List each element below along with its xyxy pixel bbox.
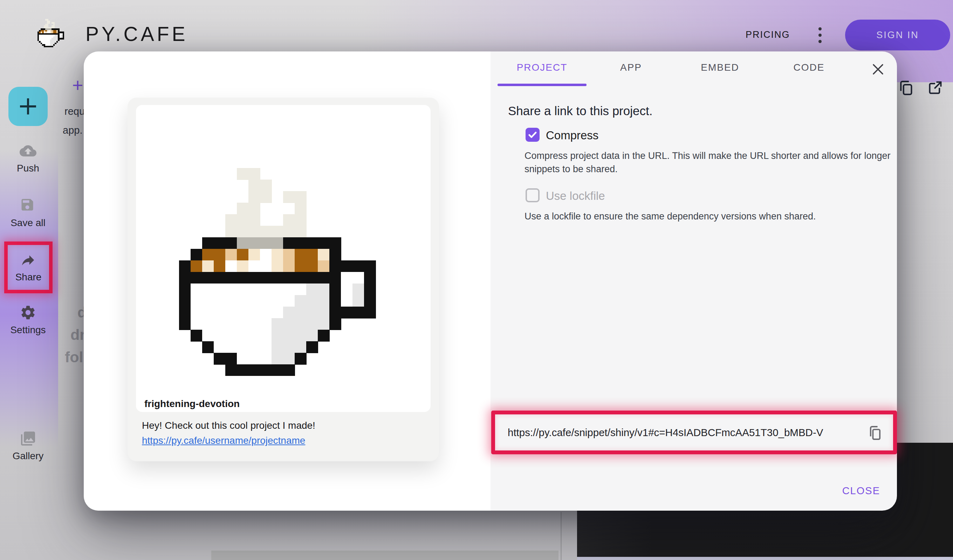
sidebar-purple-glow [0, 150, 58, 448]
cloud-upload-icon [20, 142, 36, 159]
sidebar-label-push: Push [17, 163, 39, 174]
share-preview-panel: frightening-devotion Hey! Check out this… [84, 51, 490, 510]
close-icon[interactable] [868, 60, 884, 77]
pricing-link[interactable]: PRICING [743, 29, 792, 40]
project-thumbnail-pixel-art [168, 168, 399, 376]
pycafe-logo[interactable] [36, 19, 67, 47]
share-arrow-icon [20, 252, 37, 269]
share-tabs: PROJECT APP EMBED CODE [498, 51, 854, 86]
tab-project[interactable]: PROJECT [498, 51, 587, 84]
tab-code[interactable]: CODE [765, 51, 854, 84]
lockfile-checkbox[interactable] [526, 188, 540, 202]
sidebar-item-gallery[interactable]: Gallery [0, 430, 56, 462]
sidebar-item-settings[interactable]: Settings [0, 304, 56, 336]
sidebar-item-push[interactable]: Push [0, 142, 56, 174]
file-tree-item-requirements[interactable]: requ [64, 106, 85, 117]
sidebar-label-share: Share [16, 272, 42, 283]
pycafe-app: + requ app. d dr fol PY.CAFE PRICING SIG… [0, 0, 953, 560]
tab-app[interactable]: APP [587, 51, 675, 84]
drop-hint-fragment-2: dr [70, 326, 85, 343]
sidebar-label-save-all: Save all [11, 217, 45, 229]
copy-url-icon[interactable] [865, 425, 881, 441]
editor-bottom-bar [211, 551, 559, 560]
project-name: frightening-devotion [144, 398, 240, 410]
panel-divider-line [560, 512, 562, 560]
check-icon [526, 129, 539, 141]
plus-icon [17, 95, 39, 118]
sidebar-item-share[interactable]: Share [4, 241, 53, 293]
tab-embed[interactable]: EMBED [675, 51, 765, 84]
compress-label[interactable]: Compress [546, 129, 598, 142]
share-options-panel: PROJECT APP EMBED CODE Share a link to t… [490, 51, 897, 510]
close-button[interactable]: CLOSE [840, 485, 882, 497]
active-tab-indicator [498, 84, 587, 86]
sign-in-button[interactable]: SIGN IN [845, 20, 950, 50]
share-dialog: frightening-devotion Hey! Check out this… [84, 51, 897, 510]
sidebar-label-settings: Settings [10, 325, 45, 336]
lockfile-description: Use a lockfile to ensure the same depend… [525, 210, 896, 223]
drop-hint-fragment-3: fol [65, 349, 83, 366]
sidebar-item-save-all[interactable]: Save all [0, 197, 56, 229]
project-thumbnail-area: frightening-devotion [136, 105, 431, 412]
open-in-new-icon[interactable] [927, 79, 944, 96]
compress-description-line2: snippets to be shared. [525, 162, 896, 176]
new-project-button[interactable] [8, 87, 48, 126]
preview-bottom-strip [577, 557, 953, 560]
share-url-text[interactable]: https://py.cafe/snippet/shiny/v1#c=H4sIA… [508, 427, 860, 439]
project-preview-card: frightening-devotion Hey! Check out this… [127, 97, 439, 461]
lockfile-label: Use lockfile [546, 189, 605, 203]
compress-description: Compress project data in the URL. This w… [525, 149, 896, 176]
copy-icon[interactable] [898, 79, 914, 96]
dialog-heading: Share a link to this project. [508, 104, 652, 118]
gallery-icon [20, 430, 36, 447]
brand-title: PY.CAFE [85, 22, 188, 45]
share-message: Hey! Check out this cool project I made! [142, 420, 315, 431]
project-link[interactable]: https://py.cafe/username/projectname [142, 435, 305, 446]
file-tree-item-app[interactable]: app. [63, 125, 82, 136]
gear-icon [20, 304, 36, 321]
save-icon [20, 197, 36, 214]
compress-description-line1: Compress project data in the URL. This w… [525, 149, 896, 162]
add-file-icon[interactable]: + [72, 74, 83, 96]
sidebar-label-gallery: Gallery [12, 450, 44, 462]
compress-checkbox[interactable] [526, 128, 540, 142]
share-url-field[interactable]: https://py.cafe/snippet/shiny/v1#c=H4sIA… [491, 410, 897, 454]
more-menu-icon[interactable] [813, 26, 826, 44]
